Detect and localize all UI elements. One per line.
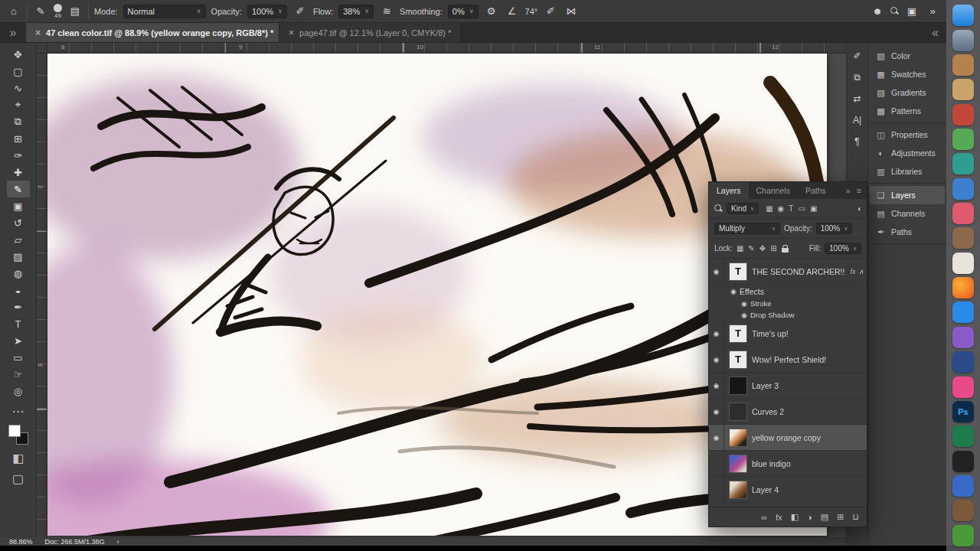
layer-name[interactable]: blue indigo [752, 459, 864, 468]
layer-name[interactable]: Layer 4 [752, 485, 864, 494]
panel-adjustments[interactable]: ◐ Adjustments [870, 144, 945, 162]
chevrons-right-icon[interactable]: » [925, 4, 940, 19]
filter-search-icon[interactable] [714, 204, 723, 213]
pressure-opacity-icon[interactable]: ✐ [292, 4, 308, 19]
ruler-origin[interactable] [37, 43, 47, 54]
opacity-dropdown[interactable]: 100% ∨ [247, 5, 287, 18]
dock-photoshop[interactable]: Ps [952, 401, 974, 422]
layer-thumbnail[interactable]: T [729, 262, 747, 281]
dodge-tool[interactable]: ◒ [7, 282, 30, 298]
dock-app-store[interactable] [952, 302, 974, 323]
Layer 4[interactable]: Layer 4 [709, 477, 867, 503]
clone-source-icon[interactable]: ⧉ [854, 72, 861, 83]
panel-properties[interactable]: ◫ Properties [870, 126, 945, 144]
zoom-level[interactable]: 88.86% [9, 538, 33, 546]
panel-channels[interactable]: ▤ Channels [870, 204, 945, 223]
filter-adjustment-layers-icon[interactable]: ◉ [778, 204, 785, 213]
panel-color[interactable]: ▧ Color [870, 47, 945, 65]
layer-name[interactable]: Layer 3 [752, 381, 864, 390]
history-brush-tool[interactable]: ↺ [7, 214, 30, 231]
layer-fx-badge[interactable]: fx ∧ [850, 268, 864, 276]
marquee-tool[interactable]: ▢ [7, 63, 30, 80]
foreground-color-swatch[interactable] [8, 425, 21, 437]
zoom-tool[interactable]: ◎ [7, 383, 30, 399]
paint-symmetry-icon[interactable]: ⋈ [564, 4, 579, 19]
mode-dropdown[interactable]: Normal ∨ [123, 5, 206, 18]
dock-notes[interactable] [952, 79, 974, 100]
filter-type-layers-icon[interactable]: T [789, 204, 793, 213]
shape-tool[interactable]: ▭ [7, 349, 30, 366]
Wow! Perfect Shield![interactable]: ◉ T Wow! Perfect Shield! [709, 347, 867, 373]
dock-launchpad[interactable] [952, 30, 974, 51]
layer-visibility-eye-icon[interactable]: ◉ [738, 309, 750, 321]
layer-thumbnail[interactable] [729, 455, 747, 473]
layer-name[interactable]: Time's up! [752, 329, 864, 338]
object-selection-tool[interactable]: ⌖ [7, 96, 30, 113]
dock-excel[interactable] [952, 425, 974, 447]
dock-music[interactable] [952, 203, 974, 224]
blur-tool[interactable]: ◍ [7, 265, 30, 282]
brush-tool[interactable]: ✎ [7, 181, 30, 197]
layer-thumbnail[interactable] [729, 403, 747, 421]
dock-firefox[interactable] [952, 277, 974, 298]
brush-settings-toggle-icon[interactable]: ▤ [67, 4, 83, 19]
layer-thumbnail[interactable] [729, 377, 747, 395]
edit-toolbar-icon[interactable]: ⋯ [12, 404, 24, 419]
layer-name[interactable]: Stroke [750, 299, 864, 308]
document-tab-2[interactable]: × page47.tif @ 12.1% (Layer 0, CMYK/8) * [279, 23, 461, 42]
dock-app-brown[interactable] [952, 54, 974, 76]
eyedropper-tool[interactable]: ✑ [7, 147, 30, 164]
account-icon[interactable]: ☻ [870, 4, 885, 19]
THE SECOND ARCHER!![interactable]: ◉ T THE SECOND ARCHER!! fx ∧ [709, 259, 867, 285]
tab-channels[interactable]: Channels [749, 182, 798, 199]
filter-smart-objects-icon[interactable]: ▣ [810, 204, 817, 213]
Curves 2[interactable]: ◉ Curves 2 [709, 399, 867, 425]
filter-pixel-layers-icon[interactable]: ▦ [766, 204, 773, 213]
layer-visibility-eye-icon[interactable]: ◉ [709, 373, 724, 398]
panel-libraries[interactable]: ▥ Libraries [870, 162, 945, 181]
brush-settings-icon[interactable]: ✐ [853, 51, 861, 61]
search-icon[interactable] [890, 7, 899, 15]
yellow orange copy[interactable]: ◉ yellow orange copy [709, 425, 867, 451]
layer-thumbnail[interactable] [729, 429, 747, 447]
lock-position-icon[interactable]: ✥ [760, 244, 766, 253]
crop-tool[interactable]: ⧉ [7, 113, 30, 130]
close-tab-icon[interactable]: × [35, 28, 41, 38]
layer-name[interactable]: Effects [740, 287, 864, 296]
Effects[interactable]: ◉ Effects [709, 285, 867, 298]
new-layer-icon[interactable]: ⊞ [837, 512, 844, 522]
layer-visibility-eye-icon[interactable]: ◉ [738, 298, 750, 309]
layer-name[interactable]: Wow! Perfect Shield! [752, 355, 864, 364]
layer-visibility-eye-icon[interactable]: ◉ [709, 347, 724, 372]
layer-visibility-eye-icon[interactable]: ◉ [727, 285, 740, 298]
filter-shape-layers-icon[interactable]: ▭ [798, 204, 805, 213]
lock-all-icon[interactable] [782, 245, 789, 253]
lock-paint-icon[interactable]: ✎ [748, 244, 754, 253]
panel-swatches[interactable]: ▦ Swatches [870, 65, 945, 83]
layer-thumbnail[interactable]: T [729, 350, 747, 369]
lasso-tool[interactable]: ∿ [7, 80, 30, 96]
eraser-tool[interactable]: ▱ [7, 231, 30, 248]
workspace-switcher-icon[interactable]: ▣ [904, 4, 920, 19]
clone-stamp-tool[interactable]: ▣ [7, 197, 30, 214]
healing-brush-tool[interactable]: ✚ [7, 164, 30, 181]
layer-name[interactable]: yellow orange copy [752, 433, 864, 442]
chevrons-right-icon[interactable]: » [0, 23, 26, 42]
brush-tool-preset-icon[interactable]: ✎ [33, 4, 48, 19]
layer-thumbnail[interactable]: T [729, 324, 747, 343]
Stroke[interactable]: ◉ Stroke [709, 298, 867, 309]
layer-style-icon[interactable]: fx [776, 513, 782, 522]
layer-visibility-eye-icon[interactable] [709, 451, 724, 476]
panel-layers[interactable]: ❏ Layers [870, 186, 945, 204]
tab-layers[interactable]: Layers [709, 182, 749, 199]
chevrons-right-icon[interactable]: » [846, 186, 851, 195]
path-selection-tool[interactable]: ➤ [7, 332, 30, 349]
lock-artboard-icon[interactable]: ⊞ [770, 244, 776, 253]
chevrons-left-icon[interactable]: « [932, 23, 946, 42]
smoothing-dropdown[interactable]: 0% ∨ [448, 5, 479, 18]
smoothing-options-gear-icon[interactable]: ⚙ [484, 4, 499, 19]
dock-app-navy[interactable] [952, 351, 974, 373]
add-layer-mask-icon[interactable]: ◧ [791, 512, 799, 522]
panel-patterns[interactable]: ▩ Patterns [870, 102, 945, 120]
new-adjustment-layer-icon[interactable]: ◑ [807, 513, 812, 522]
